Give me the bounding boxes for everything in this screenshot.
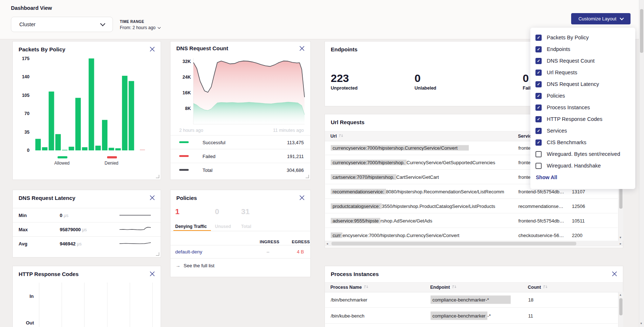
close-icon[interactable] <box>149 271 155 277</box>
svg-text:105: 105 <box>22 93 30 98</box>
checkbox-checked[interactable]: ✓ <box>535 58 542 64</box>
scroll-down-icon[interactable]: ▾ <box>620 236 621 239</box>
close-icon[interactable] <box>299 195 305 201</box>
process-table-row[interactable]: /bin/kube-benchcompliance-benchmarker-*1… <box>325 308 618 324</box>
column-header-ingress: INGRESS <box>260 240 279 244</box>
checkbox-checked[interactable]: ✓ <box>535 70 542 76</box>
column-header-url[interactable]: Url <box>330 134 343 139</box>
checkbox-checked[interactable]: ✓ <box>535 93 542 99</box>
show-all-link[interactable]: Show All <box>536 174 557 180</box>
checkbox-unchecked[interactable] <box>535 163 542 169</box>
menu-item-process-instances[interactable]: ✓Process Instances <box>530 102 635 113</box>
policy-stat-unused[interactable]: 0Unused <box>215 208 231 229</box>
process-table-body: /bin/benchmarkercompliance-benchmarker-*… <box>325 292 618 327</box>
close-icon[interactable] <box>612 271 617 277</box>
customize-layout-button[interactable]: Customize Layout <box>571 13 631 24</box>
endpoint-cell: compliance-benchmarker-* <box>431 313 491 318</box>
column-header-process-name[interactable]: Process Name <box>330 285 368 290</box>
url-cell: productcatalogservice:3550/hipstershop.P… <box>331 203 495 209</box>
stat-value: 223 <box>331 73 358 84</box>
process-table-vscrollbar[interactable]: ▴ <box>618 292 623 327</box>
legend-label: Denied <box>105 161 118 166</box>
stat-value: 0 <box>215 208 231 215</box>
stat-label: Denying Traffic <box>175 224 207 229</box>
egress-value: 4 B <box>297 249 304 255</box>
menu-item-label: DNS Request Count <box>547 58 594 64</box>
svg-text:32K: 32K <box>182 59 191 64</box>
stat-label: Unprotected <box>331 86 358 91</box>
menu-item-url-requests[interactable]: ✓Url Requests <box>530 67 635 78</box>
latency-row-max: Max95879000 μs <box>13 222 161 236</box>
checkbox-checked[interactable]: ✓ <box>535 35 542 41</box>
policy-link[interactable]: default-deny <box>175 249 202 255</box>
row-label-out: Out <box>26 320 34 326</box>
url-table-row[interactable]: adservice:9555/hipstershop.AdService/Get… <box>325 213 618 228</box>
stat-label: Unused <box>215 224 231 229</box>
scroll-down-icon[interactable]: ▾ <box>640 322 642 325</box>
widget-title: Process Instances <box>331 271 379 277</box>
widget-http-response-codes: HTTP Response Codes InOut <box>12 266 161 327</box>
menu-item-policies[interactable]: ✓Policies <box>530 90 635 102</box>
checkbox-checked[interactable]: ✓ <box>535 105 542 111</box>
menu-item-label: Endpoints <box>547 46 570 52</box>
checkbox-checked[interactable]: ✓ <box>535 128 542 134</box>
menu-item-wireguard-handshake[interactable]: Wireguard. Handshake <box>530 160 635 172</box>
menu-item-packets-by-policy[interactable]: ✓Packets By Policy <box>530 32 635 43</box>
latency-value: 0 μs <box>60 213 68 218</box>
service-cell: recommendationse… <box>518 203 564 209</box>
policy-stat-total[interactable]: 31Total <box>241 208 251 229</box>
legend-value: 113,475 <box>287 139 304 145</box>
count-cell: 10511 <box>572 218 585 223</box>
url-table-row[interactable]: productcatalogservice:3550/hipstershop.P… <box>325 199 618 213</box>
scroll-left-icon[interactable]: ◂ <box>326 242 328 245</box>
dashboard-page: Dashboard View Cluster TIME RANGE From: … <box>0 0 644 327</box>
sort-icon <box>452 285 456 290</box>
stat-value: 1 <box>175 208 207 215</box>
menu-item-endpoints[interactable]: ✓Endpoints <box>530 43 635 55</box>
menu-item-wireguard-bytes-sent-received[interactable]: Wireguard. Bytes sent/received <box>530 148 635 160</box>
policy-stat-denying-traffic[interactable]: 1Denying Traffic <box>175 208 207 229</box>
checkbox-checked[interactable]: ✓ <box>535 46 542 52</box>
stat-label: Unlabeled <box>415 86 436 91</box>
resize-handle[interactable] <box>306 175 309 178</box>
process-table-header: Process Name Endpoint Count <box>325 282 623 292</box>
latency-row-avg: Avg946942 μs <box>13 236 161 251</box>
latency-label: Min <box>19 213 27 218</box>
time-range-control[interactable]: TIME RANGE From: 2 hours ago <box>120 20 160 30</box>
checkbox-checked[interactable]: ✓ <box>535 116 542 122</box>
menu-item-dns-request-latency[interactable]: ✓DNS Request Latency <box>530 78 635 90</box>
url-cell: currencyservice:7000/hipstershop.Currenc… <box>331 232 459 238</box>
count-cell: 18 <box>528 297 533 302</box>
process-table-row[interactable]: /bin/benchmarkercompliance-benchmarker-*… <box>325 292 618 308</box>
resize-handle[interactable] <box>156 252 159 256</box>
count-cell: 12506 <box>572 203 585 209</box>
checkbox-checked[interactable]: ✓ <box>535 139 542 146</box>
count-cell: 13107 <box>572 189 585 194</box>
widget-title: Policies <box>176 195 197 201</box>
url-table-hscrollbar[interactable]: ◂ ▸ <box>325 241 623 247</box>
page-scrollbar[interactable]: ▾ <box>639 0 644 327</box>
resize-handle[interactable] <box>156 175 159 178</box>
process-table-row[interactable]: benchmarkercompliance-benchmarker-*9 <box>325 324 618 327</box>
see-full-list-link[interactable]: → See the full list <box>176 263 215 268</box>
checkbox-unchecked[interactable] <box>535 151 542 157</box>
column-header-count[interactable]: Count <box>528 285 547 290</box>
widget-process-instances: Process Instances Process Name Endpoint … <box>325 266 623 327</box>
legend-row: Successful113,475 <box>170 135 310 149</box>
close-icon[interactable] <box>149 195 155 201</box>
url-table-row[interactable]: currencyservice:7000/hipstershop.Currenc… <box>325 228 618 243</box>
menu-item-services[interactable]: ✓Services <box>530 125 635 137</box>
scroll-right-icon[interactable]: ▸ <box>620 242 621 245</box>
svg-text:0: 0 <box>27 148 30 153</box>
menu-item-dns-request-count[interactable]: ✓DNS Request Count <box>530 55 635 67</box>
latency-sparkline <box>119 210 152 221</box>
checkbox-checked[interactable]: ✓ <box>535 81 542 87</box>
denied-swatch <box>107 156 117 158</box>
menu-item-cis-benchmarks[interactable]: ✓CIS Benchmarks <box>530 137 635 148</box>
menu-item-http-response-codes[interactable]: ✓HTTP Response Codes <box>530 113 635 125</box>
legend-row: Total304,686 <box>170 163 310 177</box>
successful-swatch <box>179 141 189 143</box>
scroll-up-icon[interactable]: ▴ <box>620 293 621 296</box>
column-header-endpoint[interactable]: Endpoint <box>430 285 456 290</box>
view-selector[interactable]: Cluster <box>11 17 113 32</box>
